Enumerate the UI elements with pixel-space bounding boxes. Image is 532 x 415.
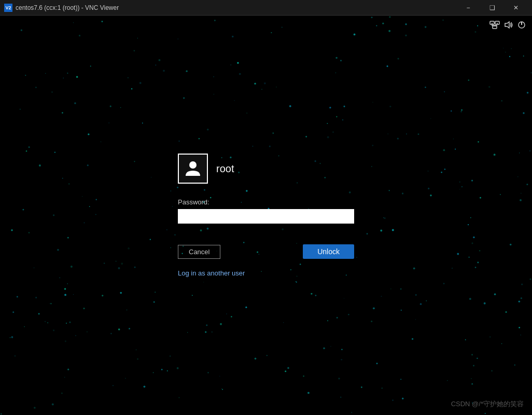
svg-rect-2 [493,26,497,29]
user-row: root [178,154,234,184]
buttons-row: Cancel Unlock [178,244,354,259]
app-logo: V2 [4,4,12,12]
login-as-another-user-link[interactable]: Log in as another user [178,269,245,277]
restore-button[interactable]: ❑ [480,0,504,16]
password-label: Password: [178,198,209,206]
close-button[interactable]: ✕ [504,0,528,16]
minimize-button[interactable]: − [456,0,480,16]
volume-icon[interactable] [504,21,513,31]
window-controls: − ❑ ✕ [456,0,528,16]
login-dialog: root Password: Cancel Unlock Log in as a… [178,154,354,277]
watermark: CSDN @/*守护她的笑容 [451,399,524,409]
svg-marker-7 [505,22,509,28]
network-icon[interactable] [489,21,500,31]
vnc-area: root Password: Cancel Unlock Log in as a… [0,16,532,415]
username-label: root [216,163,234,175]
avatar [178,154,208,184]
system-icons [489,21,526,31]
titlebar-left: V2 centos7.6 (ccx:1 (root)) - VNC Viewer [4,4,119,12]
cancel-button[interactable]: Cancel [178,245,220,259]
unlock-button[interactable]: Unlock [303,244,354,259]
svg-point-10 [189,161,197,169]
power-icon[interactable] [517,21,526,31]
window-title: centos7.6 (ccx:1 (root)) - VNC Viewer [16,4,119,11]
password-input[interactable] [178,209,354,224]
user-avatar-icon [184,158,202,179]
titlebar: V2 centos7.6 (ccx:1 (root)) - VNC Viewer… [0,0,532,16]
